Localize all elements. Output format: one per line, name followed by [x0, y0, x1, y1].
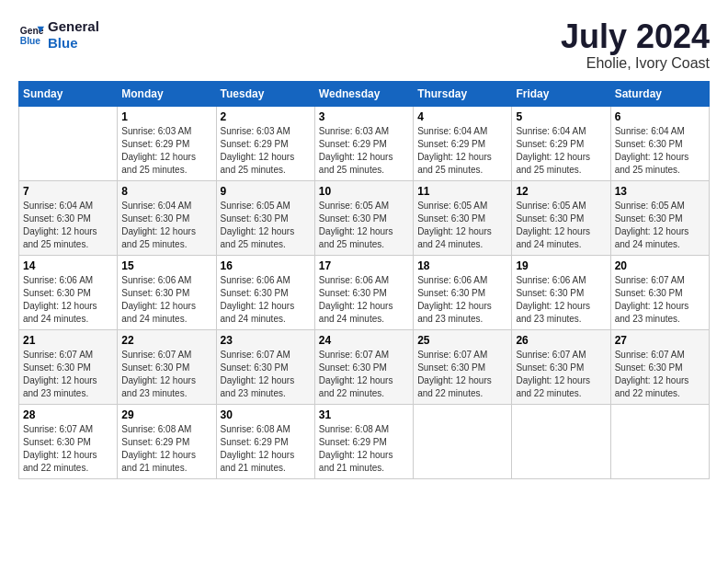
- day-number: 29: [121, 408, 211, 421]
- header-day: Sunday: [19, 81, 118, 106]
- calendar-cell: 25Sunrise: 6:07 AMSunset: 6:30 PMDayligh…: [414, 329, 512, 404]
- day-number: 25: [417, 334, 507, 347]
- calendar-header: SundayMondayTuesdayWednesdayThursdayFrid…: [19, 81, 710, 106]
- day-number: 15: [121, 259, 211, 272]
- logo-icon: General Blue: [18, 22, 44, 48]
- day-info: Sunrise: 6:06 AMSunset: 6:30 PMDaylight:…: [221, 274, 311, 326]
- calendar-cell: 2Sunrise: 6:03 AMSunset: 6:29 PMDaylight…: [216, 106, 314, 180]
- calendar-cell: 26Sunrise: 6:07 AMSunset: 6:30 PMDayligh…: [512, 329, 610, 404]
- calendar-cell: 29Sunrise: 6:08 AMSunset: 6:29 PMDayligh…: [118, 404, 216, 478]
- day-info: Sunrise: 6:03 AMSunset: 6:29 PMDaylight:…: [221, 125, 311, 177]
- day-info: Sunrise: 6:07 AMSunset: 6:30 PMDaylight:…: [516, 349, 606, 400]
- calendar-cell: 7Sunrise: 6:04 AMSunset: 6:30 PMDaylight…: [19, 180, 118, 255]
- calendar-week-row: 14Sunrise: 6:06 AMSunset: 6:30 PMDayligh…: [19, 255, 710, 329]
- calendar-cell: 31Sunrise: 6:08 AMSunset: 6:29 PMDayligh…: [314, 404, 413, 478]
- day-info: Sunrise: 6:08 AMSunset: 6:29 PMDaylight:…: [221, 423, 311, 475]
- day-number: 31: [319, 408, 409, 421]
- day-number: 12: [516, 185, 606, 198]
- day-number: 13: [615, 185, 705, 198]
- day-number: 30: [221, 408, 311, 421]
- svg-text:Blue: Blue: [20, 36, 41, 46]
- day-number: 22: [121, 334, 211, 347]
- day-info: Sunrise: 6:04 AMSunset: 6:30 PMDaylight:…: [23, 200, 113, 251]
- header-day: Saturday: [610, 81, 709, 106]
- calendar-cell: 15Sunrise: 6:06 AMSunset: 6:30 PMDayligh…: [118, 255, 216, 329]
- calendar-cell: 28Sunrise: 6:07 AMSunset: 6:30 PMDayligh…: [19, 404, 118, 478]
- day-info: Sunrise: 6:07 AMSunset: 6:30 PMDaylight:…: [121, 349, 211, 400]
- day-info: Sunrise: 6:06 AMSunset: 6:30 PMDaylight:…: [319, 274, 409, 326]
- calendar-cell: [19, 106, 118, 180]
- day-info: Sunrise: 6:07 AMSunset: 6:30 PMDaylight:…: [319, 349, 409, 400]
- day-number: 7: [23, 185, 113, 198]
- calendar-cell: 14Sunrise: 6:06 AMSunset: 6:30 PMDayligh…: [19, 255, 118, 329]
- logo-general: General: [48, 18, 99, 35]
- calendar-week-row: 28Sunrise: 6:07 AMSunset: 6:30 PMDayligh…: [19, 404, 710, 478]
- calendar-cell: 12Sunrise: 6:05 AMSunset: 6:30 PMDayligh…: [512, 180, 610, 255]
- day-number: 19: [516, 259, 606, 272]
- calendar-cell: [512, 404, 610, 478]
- calendar-cell: 9Sunrise: 6:05 AMSunset: 6:30 PMDaylight…: [216, 180, 314, 255]
- day-info: Sunrise: 6:06 AMSunset: 6:30 PMDaylight:…: [417, 274, 507, 326]
- day-info: Sunrise: 6:05 AMSunset: 6:30 PMDaylight:…: [516, 200, 606, 251]
- day-number: 4: [417, 110, 507, 123]
- day-info: Sunrise: 6:04 AMSunset: 6:30 PMDaylight:…: [615, 125, 705, 177]
- day-number: 2: [221, 110, 311, 123]
- page-header: General Blue General Blue July 2024 Ehol…: [18, 18, 710, 72]
- day-info: Sunrise: 6:04 AMSunset: 6:30 PMDaylight:…: [121, 200, 211, 251]
- header-row: SundayMondayTuesdayWednesdayThursdayFrid…: [19, 81, 710, 106]
- day-number: 18: [417, 259, 507, 272]
- day-number: 17: [319, 259, 409, 272]
- calendar-cell: 27Sunrise: 6:07 AMSunset: 6:30 PMDayligh…: [610, 329, 709, 404]
- day-number: 10: [319, 185, 409, 198]
- day-info: Sunrise: 6:07 AMSunset: 6:30 PMDaylight:…: [221, 349, 311, 400]
- day-number: 8: [121, 185, 211, 198]
- day-info: Sunrise: 6:07 AMSunset: 6:30 PMDaylight:…: [615, 349, 705, 400]
- calendar-cell: 8Sunrise: 6:04 AMSunset: 6:30 PMDaylight…: [118, 180, 216, 255]
- day-info: Sunrise: 6:07 AMSunset: 6:30 PMDaylight:…: [417, 349, 507, 400]
- header-day: Friday: [512, 81, 610, 106]
- calendar-cell: 1Sunrise: 6:03 AMSunset: 6:29 PMDaylight…: [118, 106, 216, 180]
- day-info: Sunrise: 6:03 AMSunset: 6:29 PMDaylight:…: [319, 125, 409, 177]
- calendar-cell: 17Sunrise: 6:06 AMSunset: 6:30 PMDayligh…: [314, 255, 413, 329]
- header-day: Thursday: [414, 81, 512, 106]
- calendar-cell: 19Sunrise: 6:06 AMSunset: 6:30 PMDayligh…: [512, 255, 610, 329]
- calendar-week-row: 21Sunrise: 6:07 AMSunset: 6:30 PMDayligh…: [19, 329, 710, 404]
- day-number: 14: [23, 259, 113, 272]
- header-day: Wednesday: [314, 81, 413, 106]
- day-info: Sunrise: 6:04 AMSunset: 6:29 PMDaylight:…: [417, 125, 507, 177]
- day-info: Sunrise: 6:07 AMSunset: 6:30 PMDaylight:…: [615, 274, 705, 326]
- day-number: 26: [516, 334, 606, 347]
- day-number: 3: [319, 110, 409, 123]
- calendar-cell: 18Sunrise: 6:06 AMSunset: 6:30 PMDayligh…: [414, 255, 512, 329]
- calendar-cell: 10Sunrise: 6:05 AMSunset: 6:30 PMDayligh…: [314, 180, 413, 255]
- day-number: 28: [23, 408, 113, 421]
- day-number: 16: [221, 259, 311, 272]
- day-number: 1: [121, 110, 211, 123]
- day-info: Sunrise: 6:08 AMSunset: 6:29 PMDaylight:…: [319, 423, 409, 475]
- day-info: Sunrise: 6:07 AMSunset: 6:30 PMDaylight:…: [23, 423, 113, 475]
- day-number: 23: [221, 334, 311, 347]
- day-info: Sunrise: 6:05 AMSunset: 6:30 PMDaylight:…: [221, 200, 311, 251]
- day-info: Sunrise: 6:03 AMSunset: 6:29 PMDaylight:…: [121, 125, 211, 177]
- calendar-cell: [610, 404, 709, 478]
- location-subtitle: Eholie, Ivory Coast: [561, 55, 710, 72]
- calendar-cell: 30Sunrise: 6:08 AMSunset: 6:29 PMDayligh…: [216, 404, 314, 478]
- day-number: 9: [221, 185, 311, 198]
- calendar-cell: 21Sunrise: 6:07 AMSunset: 6:30 PMDayligh…: [19, 329, 118, 404]
- calendar-cell: 13Sunrise: 6:05 AMSunset: 6:30 PMDayligh…: [610, 180, 709, 255]
- day-info: Sunrise: 6:05 AMSunset: 6:30 PMDaylight:…: [615, 200, 705, 251]
- day-number: 5: [516, 110, 606, 123]
- day-number: 21: [23, 334, 113, 347]
- header-day: Tuesday: [216, 81, 314, 106]
- calendar-cell: 24Sunrise: 6:07 AMSunset: 6:30 PMDayligh…: [314, 329, 413, 404]
- calendar-cell: 4Sunrise: 6:04 AMSunset: 6:29 PMDaylight…: [414, 106, 512, 180]
- title-block: July 2024 Eholie, Ivory Coast: [561, 18, 710, 72]
- calendar-cell: 22Sunrise: 6:07 AMSunset: 6:30 PMDayligh…: [118, 329, 216, 404]
- calendar-week-row: 1Sunrise: 6:03 AMSunset: 6:29 PMDaylight…: [19, 106, 710, 180]
- logo: General Blue General Blue: [18, 18, 99, 52]
- calendar-cell: 6Sunrise: 6:04 AMSunset: 6:30 PMDaylight…: [610, 106, 709, 180]
- calendar-table: SundayMondayTuesdayWednesdayThursdayFrid…: [18, 81, 710, 479]
- day-info: Sunrise: 6:06 AMSunset: 6:30 PMDaylight:…: [23, 274, 113, 326]
- day-info: Sunrise: 6:05 AMSunset: 6:30 PMDaylight:…: [319, 200, 409, 251]
- calendar-cell: [414, 404, 512, 478]
